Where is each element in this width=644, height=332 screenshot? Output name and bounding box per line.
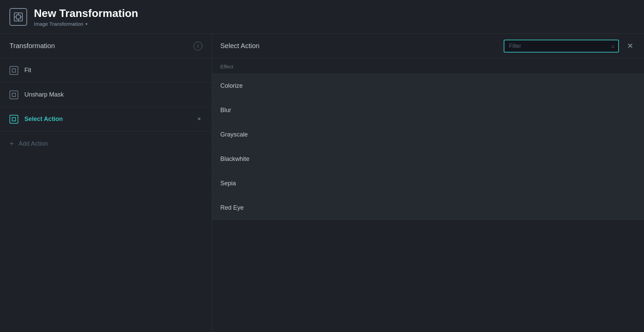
select-action-icon-inner <box>12 117 16 121</box>
unsharp-mask-label: Unsharp Mask <box>24 91 202 98</box>
unsharp-mask-icon-inner <box>12 93 16 97</box>
chevron-down-icon: ▾ <box>85 22 87 26</box>
effect-item-red-eye[interactable]: Red Eye <box>212 195 644 220</box>
effect-list: Colorize Blur Grayscale Blackwhite Sepia… <box>212 74 644 220</box>
page-title: New Transformation <box>34 7 138 20</box>
effect-item-blackwhite[interactable]: Blackwhite <box>212 147 644 171</box>
header-text: New Transformation Image Transformation … <box>34 7 138 27</box>
action-item-fit[interactable]: Fit <box>0 58 212 83</box>
svg-rect-1 <box>16 15 20 19</box>
info-icon-label: i <box>197 43 198 49</box>
right-panel: Select Action ⌕ ✕ Effect Colorize Blur G… <box>212 34 644 332</box>
effect-item-grayscale[interactable]: Grayscale <box>212 122 644 147</box>
left-panel: Transformation i Fit Unsharp Mask <box>0 34 212 332</box>
fit-icon-inner <box>12 68 16 72</box>
image-transformation-dropdown[interactable]: Image Transformation ▾ <box>34 21 138 27</box>
action-item-unsharp-mask[interactable]: Unsharp Mask <box>0 83 212 107</box>
select-action-label: Select Action <box>24 116 196 123</box>
fit-icon <box>9 66 18 75</box>
right-panel-header: Select Action ⌕ ✕ <box>212 34 644 58</box>
close-button[interactable]: ✕ <box>624 40 636 52</box>
fit-label: Fit <box>24 67 202 74</box>
transformation-panel-title: Transformation <box>9 42 55 50</box>
left-panel-header: Transformation i <box>0 34 212 58</box>
select-action-panel-title: Select Action <box>220 42 260 50</box>
effect-blur-label: Blur <box>220 107 231 114</box>
filter-input-wrapper: ⌕ <box>504 40 619 53</box>
add-action-label: Add Action <box>19 140 48 147</box>
action-item-select-action[interactable]: Select Action × <box>0 107 212 131</box>
search-icon: ⌕ <box>611 43 615 49</box>
info-icon[interactable]: i <box>194 42 202 50</box>
header-icon <box>9 8 27 26</box>
effect-colorize-label: Colorize <box>220 82 243 89</box>
main-content: Transformation i Fit Unsharp Mask <box>0 34 644 332</box>
effect-sepia-label: Sepia <box>220 180 236 187</box>
effect-grayscale-label: Grayscale <box>220 131 248 138</box>
select-action-icon <box>9 115 18 124</box>
filter-input[interactable] <box>504 40 619 53</box>
subtitle-label: Image Transformation <box>34 21 83 27</box>
effect-item-blur[interactable]: Blur <box>212 98 644 122</box>
effect-red-eye-label: Red Eye <box>220 204 244 211</box>
effect-item-colorize[interactable]: Colorize <box>212 74 644 98</box>
select-action-close-button[interactable]: × <box>196 114 202 124</box>
header: New Transformation Image Transformation … <box>0 0 644 34</box>
effect-blackwhite-label: Blackwhite <box>220 155 249 163</box>
effect-category-label: Effect <box>212 58 644 74</box>
effect-item-sepia[interactable]: Sepia <box>212 171 644 195</box>
unsharp-mask-icon <box>9 90 18 99</box>
add-action-button[interactable]: + Add Action <box>0 131 212 156</box>
action-list: Fit Unsharp Mask Select Action × <box>0 58 212 131</box>
add-icon: + <box>9 139 14 148</box>
